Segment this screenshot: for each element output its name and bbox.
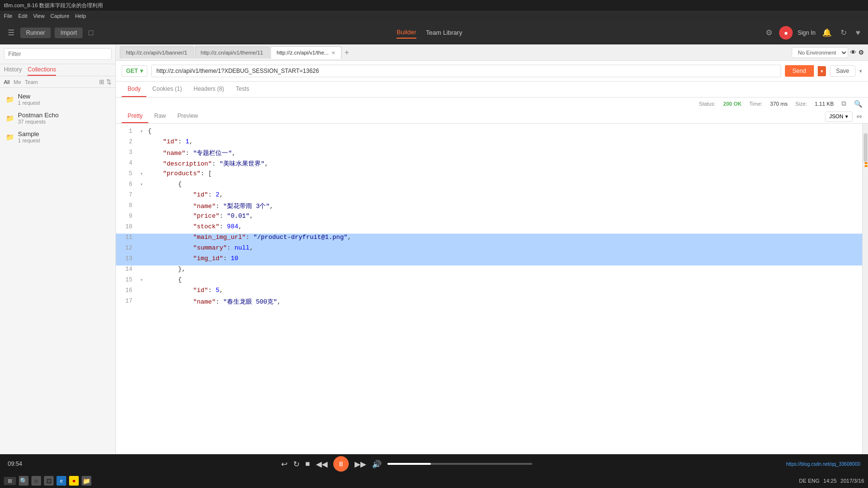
main-layout: History Collections All Me Team ⊞ ⇅ 📁 Ne… <box>0 44 868 474</box>
json-line-3: 3 "name": "专题栏位一", <box>116 149 862 159</box>
line-expand-1[interactable]: ▾ <box>140 127 148 134</box>
collection-sample[interactable]: 📁 Sample 1 request <box>0 127 115 146</box>
media-return-btn[interactable]: ↩ <box>281 460 287 469</box>
media-prev-btn[interactable]: ◀◀ <box>316 460 327 469</box>
media-url: https://blog.csdn.net/qq_33608000 <box>786 461 860 467</box>
collection-new[interactable]: 📁 New 1 request <box>0 90 115 109</box>
req-tab-group: Body Cookies (1) Headers (8) Tests <box>122 82 255 97</box>
line-expand-5[interactable]: ▾ <box>140 170 148 177</box>
resp-tab-preview[interactable]: Preview <box>171 110 204 123</box>
method-label: GET <box>126 68 138 74</box>
copy-response-btn[interactable]: ⧉ <box>841 99 846 108</box>
req-tab-headers[interactable]: Headers (8) <box>188 82 230 97</box>
line-expand-16 <box>140 287 148 288</box>
line-number-11: 11 <box>116 234 140 241</box>
resp-tab-raw[interactable]: Raw <box>148 110 171 123</box>
progress-bar[interactable] <box>387 463 532 465</box>
sort-icon[interactable]: ⇅ <box>106 78 112 85</box>
new-window-btn[interactable]: □ <box>86 28 95 38</box>
user-avatar[interactable]: ● <box>779 26 793 40</box>
resp-tab-pretty[interactable]: Pretty <box>122 110 148 123</box>
tab-3-close[interactable]: ✕ <box>331 50 335 56</box>
status-label: Status: <box>699 101 715 107</box>
line-expand-4 <box>140 159 148 160</box>
import-btn[interactable]: Import <box>55 28 83 38</box>
tab-2-label: http://z.cn/api/v1/theme/11 <box>201 50 263 56</box>
sub-tab-all[interactable]: All <box>4 79 10 85</box>
line-number-8: 8 <box>116 202 140 209</box>
env-gear-icon[interactable]: ⚙ <box>858 49 864 56</box>
sub-tab-me[interactable]: Me <box>14 79 21 85</box>
json-line-8: 8 "name": "梨花带雨 3个", <box>116 202 862 212</box>
media-controls: ↩ ↻ ■ ◀◀ ⏸ ▶▶ 🔊 <box>27 456 786 472</box>
collection-postman-echo[interactable]: 📁 Postman Echo 37 requests <box>0 109 115 127</box>
media-volume-btn[interactable]: 🔊 <box>372 460 382 469</box>
req-tab-cookies[interactable]: Cookies (1) <box>146 82 187 97</box>
format-select[interactable]: JSON ▾ <box>825 112 853 122</box>
search-response-btn[interactable]: 🔍 <box>854 100 862 108</box>
send-dropdown-btn[interactable]: ▾ <box>818 66 826 76</box>
request-tab-3[interactable]: http://z.cn/api/v1/the... ✕ <box>270 46 342 59</box>
req-tab-body[interactable]: Body <box>122 82 146 97</box>
line-expand-9 <box>140 212 148 213</box>
request-tab-2[interactable]: http://z.cn/api/v1/theme/11 <box>195 46 270 58</box>
team-library-nav[interactable]: Team Library <box>426 27 462 38</box>
sidebar: History Collections All Me Team ⊞ ⇅ 📁 Ne… <box>0 44 116 474</box>
menu-capture[interactable]: Capture <box>50 13 69 19</box>
line-number-15: 15 <box>116 276 140 283</box>
line-code-2: "id": 1, <box>148 138 862 145</box>
media-progress <box>387 463 532 465</box>
line-expand-8 <box>140 202 148 203</box>
line-expand-2 <box>140 138 148 139</box>
line-expand-15[interactable]: ▾ <box>140 276 148 283</box>
line-code-11: "main_img_url": "/product-dryfruit@1.png… <box>148 234 862 241</box>
json-scrollbar[interactable] <box>862 124 868 474</box>
menu-file[interactable]: File <box>4 13 13 19</box>
line-number-14: 14 <box>116 265 140 273</box>
media-stop-btn[interactable]: ■ <box>305 460 310 468</box>
sidebar-sub-tabs: All Me Team ⊞ ⇅ <box>0 76 115 88</box>
env-selector: No Environment 👁 ⚙ <box>792 47 864 58</box>
line-number-4: 4 <box>116 159 140 167</box>
request-tab-1[interactable]: http://z.cn/api/v1/banner/1 <box>120 46 194 58</box>
collection-new-info: New 1 request <box>18 93 40 106</box>
scroll-markers <box>864 124 868 474</box>
menu-edit[interactable]: Edit <box>18 13 28 19</box>
line-code-12: "summary": null, <box>148 244 862 251</box>
env-eye-icon[interactable]: 👁 <box>850 49 856 56</box>
menu-view[interactable]: View <box>33 13 45 19</box>
save-btn[interactable]: Save <box>830 65 855 77</box>
line-expand-6[interactable]: ▾ <box>140 181 148 187</box>
line-number-7: 7 <box>116 191 140 198</box>
collection-echo-name: Postman Echo <box>18 112 59 119</box>
req-tab-tests[interactable]: Tests <box>230 82 255 97</box>
heart-btn[interactable]: ♥ <box>854 28 862 38</box>
url-input[interactable] <box>151 65 781 77</box>
filter-input[interactable] <box>4 48 112 60</box>
tab-history[interactable]: History <box>4 66 22 76</box>
json-line-12: 12 "summary": null, <box>116 244 862 255</box>
media-next-btn[interactable]: ▶▶ <box>355 460 366 469</box>
sign-in-btn[interactable]: Sign In <box>797 29 815 36</box>
sub-tab-team[interactable]: Team <box>25 79 38 85</box>
notifications-btn[interactable]: 🔔 <box>820 27 834 38</box>
builder-nav[interactable]: Builder <box>397 27 416 39</box>
env-select[interactable]: No Environment <box>792 47 848 58</box>
line-number-5: 5 <box>116 170 140 177</box>
media-pause-btn[interactable]: ⏸ <box>333 456 349 472</box>
new-tab-btn[interactable]: + <box>342 48 351 57</box>
add-folder-icon[interactable]: ⊞ <box>99 78 104 85</box>
media-refresh-btn[interactable]: ↻ <box>293 460 299 469</box>
menu-help[interactable]: Help <box>75 13 86 19</box>
runner-btn[interactable]: Runner <box>20 28 51 38</box>
sync-btn[interactable]: ↻ <box>839 27 849 38</box>
save-dropdown-icon[interactable]: ▾ <box>859 68 862 74</box>
wrap-icon[interactable]: ⇔ <box>856 112 862 120</box>
send-btn[interactable]: Send <box>785 65 814 77</box>
sidebar-toggle-btn[interactable]: ☰ <box>6 27 16 38</box>
sidebar-action-icons: ⊞ ⇅ <box>99 78 112 85</box>
settings-icon[interactable]: ⚙ <box>764 27 774 38</box>
tab-3-label: http://z.cn/api/v1/the... <box>277 50 329 56</box>
method-select[interactable]: GET ▾ <box>122 65 147 77</box>
tab-collections[interactable]: Collections <box>28 66 56 76</box>
